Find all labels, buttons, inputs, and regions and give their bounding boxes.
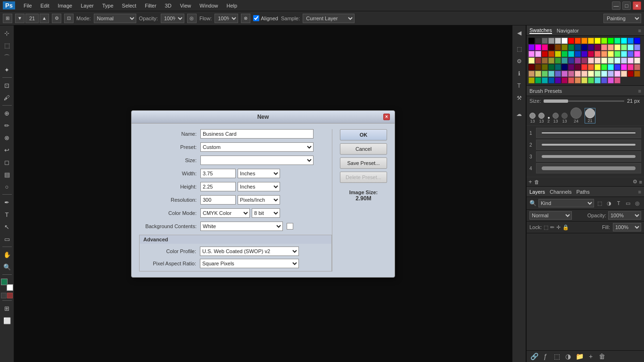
swatch-ff8888[interactable] [601,44,607,50]
swatch-bbffbb[interactable] [594,71,601,77]
panel-icon-4[interactable]: T [513,80,525,91]
ok-button[interactable]: OK [340,129,387,140]
foreground-color[interactable] [1,279,8,285]
panel-icon-5[interactable]: ⚒ [513,92,525,104]
swatch-dd8855[interactable] [575,77,581,83]
swatch-0088ff[interactable] [627,38,634,44]
swatch-808000[interactable] [561,44,568,50]
workspace-select[interactable]: Painting [603,14,641,23]
swatch-ffff66[interactable] [608,51,614,57]
swatch-006633[interactable] [548,64,554,70]
swatch-88ff88[interactable] [621,44,627,50]
swatch-ffffbb[interactable] [588,71,594,77]
layer-link-btn[interactable]: 🔗 [529,353,539,360]
swatch-ffbbbb[interactable] [575,71,581,77]
swatch-660000[interactable] [528,64,535,70]
brush-size-down[interactable]: ▼ [15,14,25,23]
swatch-cc0044[interactable] [588,51,594,57]
cancel-button[interactable]: Cancel [340,143,387,155]
lock-pixels-btn[interactable]: ✏ [550,224,554,230]
brush-item-4[interactable]: 13 [553,113,559,123]
tool-eyedropper[interactable]: 🖋 [1,92,13,103]
swatch-cc66cc[interactable] [561,71,568,77]
panel-icon-6[interactable]: ☁ [513,108,525,120]
tool-options-icon[interactable]: ⊞ [3,14,12,23]
tool-spot-heal[interactable]: ⊕ [1,107,13,119]
swatch-666600[interactable] [542,64,548,70]
swatch-400000[interactable] [548,44,554,50]
brush-item-6[interactable]: 24 [570,107,582,123]
brush-delete-btn[interactable]: 🗑 [534,179,539,185]
brush-size-slider-track[interactable] [544,100,624,102]
swatch-663300[interactable] [535,64,541,70]
swatch-ff0000[interactable] [568,38,574,44]
brush-item-3[interactable]: 2 [547,117,550,123]
swatch-ffeedd[interactable] [634,58,640,64]
swatch-800040[interactable] [594,44,601,50]
height-input[interactable] [200,182,236,191]
swatch-ccffcc[interactable] [608,58,614,64]
swatch-cc6699[interactable] [568,71,574,77]
opacity-select[interactable]: 100% [161,14,184,23]
swatch-660066[interactable] [568,64,574,70]
swatch-0055aa[interactable] [548,77,554,83]
color-profile-select[interactable]: U.S. Web Coated (SWOP) v2 sRGB IEC61966-… [200,247,299,256]
standard-mode-btn[interactable] [1,293,7,298]
swatch-ffff00[interactable] [594,38,601,44]
tool-stamp[interactable]: ⊗ [1,132,13,143]
panel-icon-1[interactable]: ⬚ [513,43,525,55]
swatch-804000[interactable] [555,44,561,50]
swatch-ff4400[interactable] [575,38,581,44]
swatch-ff6633[interactable] [588,64,594,70]
swatch-33ff33[interactable] [601,64,607,70]
tool-magic-wand[interactable]: ✦ [1,64,13,75]
menu-image[interactable]: Image [54,2,76,9]
tab-channels[interactable]: Channels [550,189,571,195]
swatch-cc9966[interactable] [528,71,535,77]
tab-swatches[interactable]: Swatches [529,27,552,34]
tool-pen[interactable]: ✒ [1,197,13,208]
lock-transparent-btn[interactable]: ⬚ [544,224,548,230]
brush-item-5[interactable]: 13 [561,113,568,123]
layer-mask-btn[interactable]: ⬚ [552,353,561,360]
swatch-dd5555[interactable] [568,77,574,83]
swatch-ffaa88[interactable] [608,44,614,50]
swatch-8800ff[interactable] [528,44,535,50]
swatch-aa5500[interactable] [634,71,640,77]
tool-eraser[interactable]: ◻ [1,156,13,168]
menu-edit[interactable]: Edit [37,2,53,9]
brush-item-1[interactable]: 13 [529,113,536,123]
swatch-ff88ff[interactable] [528,51,535,57]
layers-filter-pixel-btn[interactable]: ⬚ [596,200,603,206]
swatch-333333[interactable] [535,38,541,44]
swatch-660033[interactable] [575,64,581,70]
width-unit-select[interactable]: Inches Pixels Centimeters [238,169,280,178]
dialog-close-btn[interactable]: × [383,114,390,120]
mode-select[interactable]: Normal [94,14,136,23]
swatch-55dd55[interactable] [588,77,594,83]
tool-selection[interactable]: ↖ [1,221,13,232]
resolution-input[interactable] [200,195,236,205]
swatch-00ff88[interactable] [614,38,620,44]
swatch-aa0055[interactable] [561,77,568,83]
swatch-ff0088[interactable] [542,44,548,50]
flow-select[interactable]: 100% [215,14,238,23]
swatch-339933[interactable] [555,58,561,64]
tool-gradient[interactable]: ▤ [1,169,13,180]
swatch-cccc66[interactable] [535,71,541,77]
swatch-00ff00[interactable] [608,38,614,44]
layers-filter-type-btn[interactable]: T [615,200,622,206]
swatch-66cc66[interactable] [542,71,548,77]
size-select[interactable] [200,156,314,165]
width-input[interactable] [200,169,236,178]
layer-new-btn[interactable]: + [586,353,595,360]
swatch-ffffcc[interactable] [601,58,607,64]
swatch-ffcc00[interactable] [588,38,594,44]
menu-type[interactable]: Type [99,2,117,9]
swatch-ff9966[interactable] [601,51,607,57]
lock-all-btn[interactable]: 🔒 [562,224,569,230]
preset-select[interactable]: Custom Default Photoshop Size U.S. Paper… [200,142,314,152]
swatch-00cc44[interactable] [561,51,568,57]
swatch-333399[interactable] [568,58,574,64]
airbrush-icon[interactable]: ◎ [187,14,197,23]
